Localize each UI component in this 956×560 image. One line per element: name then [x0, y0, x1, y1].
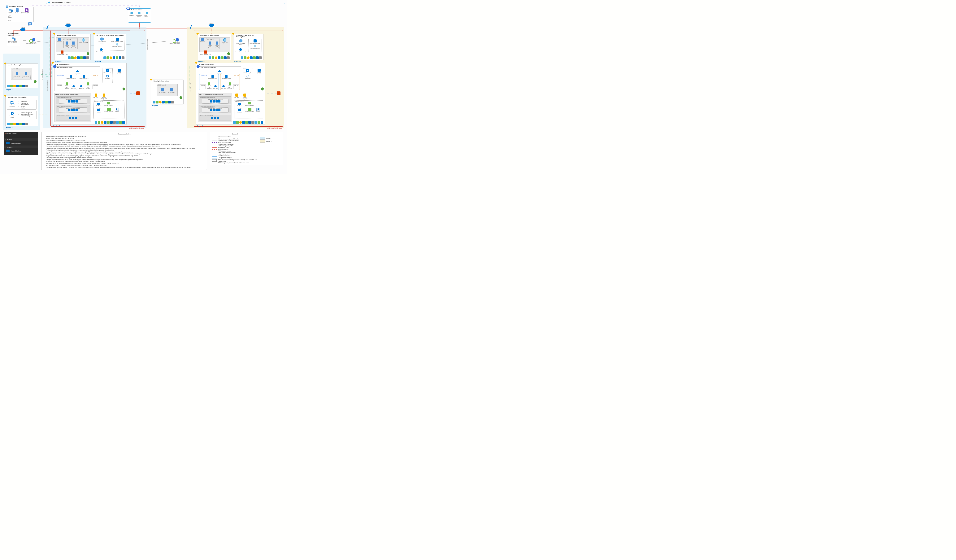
hostpool-label-q-A: Host Pool: [79, 88, 84, 89]
rd-item-b[interactable]: Region B Desktops: [4, 148, 38, 153]
mgmt-title: Management Subscription: [7, 96, 38, 98]
svg-rect-46: [116, 38, 119, 41]
kv-label-A: Key Vault: [93, 97, 98, 98]
kvhost-label-A: Session Host Local Key: [101, 97, 107, 101]
avd-control-plane: AVD Control Plane Gateway Connection Bro…: [128, 8, 151, 22]
vm-icon: [71, 100, 73, 102]
builder-label-B: Azure VM Image Builder: [235, 43, 247, 45]
devices-icon: [11, 37, 16, 41]
avd-mgmt-plane-B: AVD Management Plane Workspace Personal …: [198, 66, 241, 91]
svg-rect-97: [238, 109, 241, 111]
server-icon: [66, 41, 68, 44]
mgmt-auto: Automation Account Update ManagementInve…: [7, 111, 36, 119]
svg-rect-71: [201, 38, 204, 41]
fileshare2-B: File Share: [237, 112, 242, 113]
dns2-B: Custom DNS Server 2: [214, 45, 220, 49]
pe-subnet-label-B: Private endpoints subnet: [200, 115, 231, 116]
firewall-icon: [204, 50, 207, 53]
workspace-label-B: Workspace: [217, 72, 222, 74]
svg-rect-83: [220, 70, 221, 71]
legend-row: Azure Ad connect traffic: [212, 142, 258, 143]
dns-az-B: Custom DNS Server 1 Custom DNS Server 2: [207, 41, 220, 48]
vm-icon: [76, 100, 78, 102]
legend-row: AVD personal host pool: [212, 156, 258, 159]
mgmt-plane-title-B: AVD Management Plane: [200, 66, 241, 68]
internet-label-3: Internet: [209, 22, 213, 24]
svg-rect-1: [6, 6, 8, 8]
service-icon: [80, 57, 83, 59]
defender-icon: [123, 87, 125, 91]
management-subscription: Management Subscription Log Analytics Wo…: [5, 96, 38, 126]
storage-box-A: MSIX/AppAttachFile Share Storage Account…: [93, 101, 124, 119]
identity-title-b: Identity Subscription: [153, 80, 183, 82]
vm-icon: [218, 100, 220, 102]
rd-section-a[interactable]: ▾Region A: [4, 138, 38, 141]
keyvault-icon: [235, 94, 238, 97]
vm-icon: [71, 109, 73, 111]
list-item: Automation account: one centralized auto…: [46, 162, 205, 164]
scaling-icon: [106, 69, 109, 72]
svg-rect-32: [13, 101, 14, 104]
svg-rect-93: [235, 94, 238, 97]
appgroup-icon: [211, 75, 214, 78]
automation-icon: [239, 48, 242, 51]
fslogix-label-B: FSLogix: [237, 107, 242, 109]
s2svpn-label-a: S2S VPN: [31, 42, 36, 43]
svg-rect-40: [66, 41, 68, 44]
server-icon: [16, 72, 18, 76]
service-icon: [13, 85, 16, 87]
svg-rect-31: [12, 102, 13, 104]
service-icon: [153, 101, 156, 104]
svg-rect-58: [106, 69, 109, 72]
legend-label: Express route or S2S VPN connection: [218, 140, 239, 142]
startvm-q-B: Start VM on Connect: [233, 85, 239, 89]
rd-item-a[interactable]: Region A Desktops: [4, 141, 38, 146]
list-item: AVD Workbook: [20, 104, 29, 105]
mgmt-law: Log Analytics Workspace DashboardsAVD In…: [7, 100, 36, 110]
svg-rect-61: [94, 94, 97, 97]
rdp-label-q-A: WVD RDP Property: [86, 85, 91, 89]
dns-subnet-label-A: DNS Subnet: [63, 38, 77, 40]
service-icon: [244, 57, 247, 59]
service-icon: [259, 57, 262, 59]
broker-icon: [138, 11, 141, 14]
appgroup-icon: [69, 75, 72, 78]
svg-rect-66: [107, 108, 111, 111]
service-icon: [94, 121, 97, 124]
gallery-label-B: Azure Compute Gallery: [249, 42, 261, 44]
mgmt-law-label: Log Analytics Workspace: [8, 104, 16, 107]
peering-label-2: Virtual Network Peering: [47, 80, 48, 91]
svg-point-47: [116, 43, 118, 46]
entra-tenant-label: Microsoft Entra ID Tenant: [51, 2, 71, 4]
conn-services-B: [208, 56, 230, 60]
subnet2-label-A: Azure Virtual Desktop subnet: [56, 105, 90, 107]
svg-rect-72: [209, 41, 211, 44]
storage1-A: Storage Account: [104, 105, 113, 106]
conn-region-B: Region B: [198, 60, 205, 62]
avd-mgmt-plane-A: AVD Management Plane Workspace Personal …: [55, 66, 101, 91]
hostpool-icon: [72, 85, 75, 88]
service-icon: [110, 121, 113, 124]
pe-subnet-B: Private endpoints subnet: [199, 115, 231, 121]
netapp-icon: [256, 108, 259, 111]
list-item: AVD control plane: fully independent dep…: [46, 149, 205, 151]
subnet2-label-B: Azure Virtual Desktop subnet: [200, 105, 231, 107]
service-icon: [7, 85, 10, 87]
shared-auto-A: Automation Account: [96, 51, 106, 53]
fileshare-icon: [238, 109, 241, 111]
image-def-icon: [254, 45, 256, 47]
dns-az-A: Custom DNS Server 1 Custom DNS Server 2: [63, 41, 77, 48]
conn-title-A: Connectivity Subscription: [56, 34, 90, 36]
sh-pooled-label-A: Session Host VMs (pooled): [59, 108, 87, 109]
avdlz-services-B: [232, 121, 264, 124]
svg-rect-27: [16, 72, 18, 76]
svg-point-24: [146, 12, 148, 14]
svg-rect-2: [6, 6, 7, 6]
list-item: Change Tracking: [20, 115, 33, 116]
cp-broker-label: Connection Broker: [135, 15, 143, 17]
rd-section-b[interactable]: ▾Region B: [4, 146, 38, 148]
o365-label-a: O365: [137, 96, 140, 97]
avdlz-region-B: Region B: [197, 125, 203, 127]
vm-icon: [215, 109, 218, 111]
legend-swatch: [212, 156, 217, 159]
